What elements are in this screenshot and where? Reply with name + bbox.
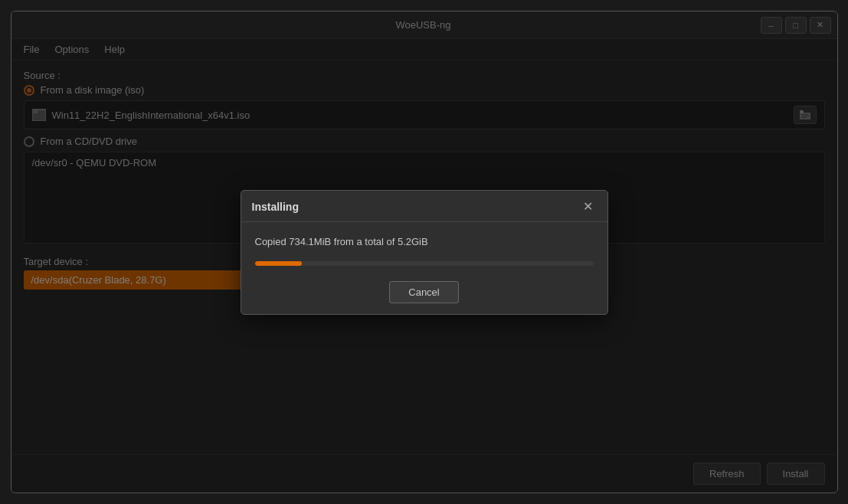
- modal-close-button[interactable]: ✕: [580, 198, 597, 215]
- modal-progress-fill: [255, 261, 303, 266]
- installing-dialog: Installing ✕ Copied 734.1MiB from a tota…: [241, 190, 608, 315]
- modal-status-text: Copied 734.1MiB from a total of 5.2GiB: [255, 236, 594, 247]
- modal-progress-track: [255, 261, 594, 266]
- modal-titlebar: Installing ✕: [241, 191, 607, 222]
- modal-overlay: Installing ✕ Copied 734.1MiB from a tota…: [11, 11, 837, 493]
- modal-title: Installing: [252, 201, 299, 213]
- modal-body: Copied 734.1MiB from a total of 5.2GiB C…: [241, 222, 607, 314]
- modal-actions: Cancel: [255, 281, 594, 303]
- main-window: WoeUSB-ng – □ ✕ File Options Help Source…: [11, 11, 838, 493]
- modal-cancel-button[interactable]: Cancel: [389, 281, 458, 303]
